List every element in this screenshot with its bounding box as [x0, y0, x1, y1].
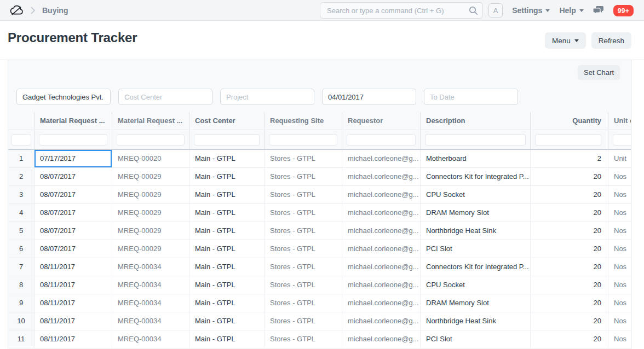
set-chart-button[interactable]: Set Chart: [578, 65, 620, 80]
row-index[interactable]: 11: [8, 330, 34, 348]
column-header[interactable]: Requestor: [342, 112, 421, 130]
table-cell[interactable]: Stores - GTPL: [264, 294, 342, 312]
table-cell[interactable]: 20: [531, 330, 608, 348]
table-cell[interactable]: 08/11/2017: [34, 276, 112, 294]
column-header[interactable]: [8, 112, 34, 130]
table-cell[interactable]: 20: [531, 294, 608, 312]
user-avatar[interactable]: A: [488, 3, 503, 18]
from-date-filter-input[interactable]: [322, 89, 416, 105]
table-cell[interactable]: 20: [531, 312, 608, 330]
column-filter-input[interactable]: [613, 134, 631, 146]
table-cell[interactable]: Main - GTPL: [189, 150, 264, 167]
table-cell[interactable]: 08/07/2017: [34, 168, 112, 185]
table-cell[interactable]: 08/07/2017: [34, 240, 112, 258]
table-cell[interactable]: MREQ-00034: [112, 330, 189, 348]
table-cell[interactable]: Nos: [608, 204, 631, 222]
table-cell[interactable]: 20: [531, 186, 608, 203]
table-cell[interactable]: Stores - GTPL: [264, 240, 342, 258]
table-cell[interactable]: Connectors Kit for Integrated P...: [421, 258, 531, 276]
table-cell[interactable]: MREQ-00034: [112, 276, 189, 294]
table-cell[interactable]: 07/17/2017: [34, 150, 112, 167]
table-cell[interactable]: Northbridge Heat Sink: [421, 222, 531, 240]
table-cell[interactable]: Main - GTPL: [189, 240, 264, 258]
table-cell[interactable]: michael.corleone@g...: [342, 168, 421, 185]
table-cell[interactable]: Nos: [608, 276, 631, 294]
help-menu[interactable]: Help: [559, 6, 583, 15]
table-cell[interactable]: 20: [531, 276, 608, 294]
table-cell[interactable]: Stores - GTPL: [264, 330, 342, 348]
column-filter-input[interactable]: [347, 134, 416, 146]
cost-center-filter-input[interactable]: [118, 89, 212, 105]
table-cell[interactable]: michael.corleone@g...: [342, 276, 421, 294]
table-cell[interactable]: Stores - GTPL: [264, 186, 342, 203]
menu-button[interactable]: Menu: [545, 32, 586, 49]
table-cell[interactable]: Nos: [608, 258, 631, 276]
column-filter-input[interactable]: [269, 134, 337, 146]
column-filter-input[interactable]: [425, 134, 526, 146]
row-index[interactable]: 4: [8, 204, 34, 222]
table-cell[interactable]: Main - GTPL: [189, 204, 264, 222]
table-cell[interactable]: MREQ-00029: [112, 168, 189, 185]
table-cell[interactable]: 08/07/2017: [34, 186, 112, 203]
row-index[interactable]: 7: [8, 258, 34, 276]
breadcrumb[interactable]: Buying: [42, 6, 68, 15]
table-cell[interactable]: Stores - GTPL: [264, 150, 342, 167]
table-cell[interactable]: Nos: [608, 294, 631, 312]
table-cell[interactable]: Main - GTPL: [189, 186, 264, 203]
table-cell[interactable]: MREQ-00029: [112, 186, 189, 203]
table-cell[interactable]: Stores - GTPL: [264, 168, 342, 185]
table-cell[interactable]: Main - GTPL: [189, 294, 264, 312]
column-header[interactable]: Quantity: [531, 112, 608, 130]
table-cell[interactable]: Main - GTPL: [189, 330, 264, 348]
row-index[interactable]: 8: [8, 276, 34, 294]
table-cell[interactable]: 20: [531, 222, 608, 240]
table-cell[interactable]: 08/11/2017: [34, 258, 112, 276]
table-cell[interactable]: Nos: [608, 222, 631, 240]
refresh-button[interactable]: Refresh: [591, 32, 631, 49]
table-cell[interactable]: 08/07/2017: [34, 222, 112, 240]
row-index[interactable]: 6: [8, 240, 34, 258]
column-filter-input[interactable]: [535, 134, 601, 146]
settings-menu[interactable]: Settings: [512, 6, 550, 15]
table-cell[interactable]: MREQ-00034: [112, 294, 189, 312]
table-cell[interactable]: 20: [531, 240, 608, 258]
table-cell[interactable]: 20: [531, 258, 608, 276]
table-cell[interactable]: Main - GTPL: [189, 258, 264, 276]
notification-badge[interactable]: 99+: [613, 5, 634, 16]
table-cell[interactable]: 2: [531, 150, 608, 167]
table-cell[interactable]: Stores - GTPL: [264, 222, 342, 240]
table-cell[interactable]: Stores - GTPL: [264, 204, 342, 222]
column-filter-input[interactable]: [12, 134, 31, 146]
company-filter-input[interactable]: [16, 89, 111, 105]
table-cell[interactable]: MREQ-00029: [112, 204, 189, 222]
table-cell[interactable]: MREQ-00029: [112, 240, 189, 258]
table-cell[interactable]: Nos: [608, 168, 631, 185]
table-cell[interactable]: PCI Slot: [421, 330, 531, 348]
table-cell[interactable]: MREQ-00020: [112, 150, 189, 167]
table-cell[interactable]: Motherboard: [421, 150, 531, 167]
table-cell[interactable]: michael.corleone@g...: [342, 330, 421, 348]
table-cell[interactable]: Nos: [608, 186, 631, 203]
column-header[interactable]: Requesting Site: [264, 112, 342, 130]
row-index[interactable]: 10: [8, 312, 34, 330]
table-cell[interactable]: michael.corleone@g...: [342, 312, 421, 330]
table-cell[interactable]: 08/11/2017: [34, 294, 112, 312]
table-cell[interactable]: Stores - GTPL: [264, 276, 342, 294]
column-header[interactable]: Material Request ...: [34, 112, 112, 130]
table-cell[interactable]: michael.corleone@g...: [342, 204, 421, 222]
table-cell[interactable]: DRAM Memory Slot: [421, 294, 531, 312]
table-cell[interactable]: michael.corleone@g...: [342, 258, 421, 276]
row-index[interactable]: 9: [8, 294, 34, 312]
table-cell[interactable]: Main - GTPL: [189, 312, 264, 330]
table-cell[interactable]: Nos: [608, 240, 631, 258]
table-cell[interactable]: Unit: [608, 150, 631, 167]
column-filter-input[interactable]: [39, 134, 107, 146]
project-filter-input[interactable]: [220, 89, 314, 105]
table-cell[interactable]: MREQ-00034: [112, 258, 189, 276]
table-cell[interactable]: PCI Slot: [421, 240, 531, 258]
table-cell[interactable]: Connectors Kit for Integrated P...: [421, 168, 531, 185]
to-date-filter-input[interactable]: [424, 89, 518, 105]
row-index[interactable]: 1: [8, 150, 34, 167]
row-index[interactable]: 2: [8, 168, 34, 185]
column-header[interactable]: Cost Center: [189, 112, 264, 130]
